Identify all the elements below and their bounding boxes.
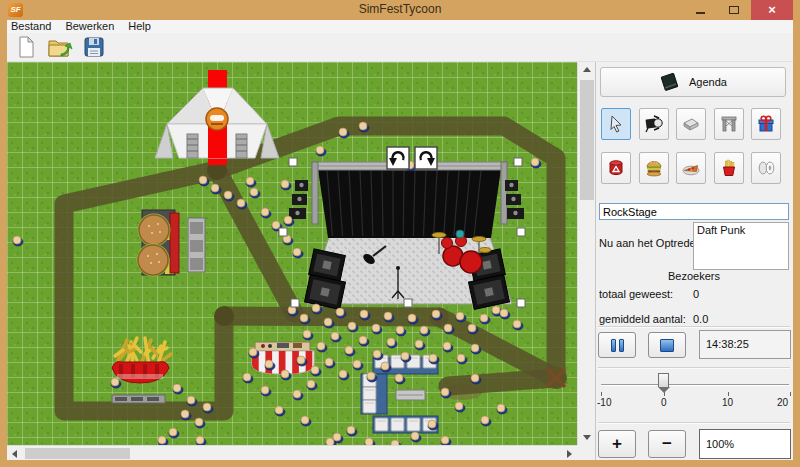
rotate-cw-button[interactable] [415, 147, 437, 169]
festival-map[interactable] [7, 62, 577, 445]
tool-burger-button[interactable] [639, 152, 669, 184]
selection-handle[interactable] [404, 299, 412, 307]
burger-stand[interactable] [137, 210, 206, 277]
fries-icon [719, 158, 739, 178]
lineup-listbox[interactable]: Daft Punk [693, 222, 789, 270]
selection-handle[interactable] [517, 299, 525, 307]
titlebar: SF SimFestTycoon × [0, 0, 800, 20]
total-visitors-label: totaal geweest: [599, 288, 673, 300]
tool-pizza-button[interactable] [676, 152, 706, 184]
open-folder-icon [47, 35, 73, 59]
zoom-out-button[interactable]: − [648, 430, 686, 458]
stop-button[interactable] [648, 332, 686, 358]
app-window: SF SimFestTycoon × Bestand Bewerken Help [0, 0, 800, 467]
spotlight-icon [644, 114, 664, 134]
window-title: SimFestTycoon [0, 2, 800, 16]
agenda-label: Agenda [689, 76, 727, 88]
save-button[interactable] [79, 34, 109, 61]
maximize-icon [729, 6, 739, 14]
tool-fries-button[interactable] [714, 152, 744, 184]
divider [598, 422, 790, 424]
minimize-button[interactable] [683, 0, 717, 20]
tick-label: 20 [777, 397, 788, 408]
tool-select-button[interactable] [601, 108, 631, 140]
agenda-button[interactable]: Agenda [600, 67, 786, 97]
horizontal-scroll-thumb[interactable] [25, 448, 130, 459]
tick-label: 10 [722, 397, 733, 408]
menubar: Bestand Bewerken Help [7, 20, 793, 33]
truss-icon [719, 114, 739, 134]
now-playing-label: Nu aan het Optreden: [599, 237, 705, 249]
tool-toilet-paper-button[interactable] [751, 152, 781, 184]
avg-visitors-label: gemiddeld aantal: [599, 313, 686, 325]
hamburger-icon [644, 158, 664, 178]
selection-handle[interactable] [279, 228, 287, 236]
speed-slider-thumb[interactable] [658, 373, 669, 387]
selection-handle[interactable] [514, 158, 522, 166]
stage-platform-icon [681, 114, 701, 134]
tool-spotlight-button[interactable] [639, 108, 669, 140]
tick-label: -10 [597, 397, 611, 408]
divider [598, 326, 790, 328]
toilet-paper-icon [756, 158, 776, 178]
total-visitors-value: 0 [693, 288, 699, 300]
new-file-button[interactable] [11, 34, 41, 61]
cursor-icon [606, 114, 626, 134]
scrollbar-corner [577, 445, 595, 460]
minimize-icon [696, 12, 705, 14]
trash-can-icon [606, 158, 626, 178]
map-vertical-scrollbar[interactable] [577, 62, 595, 445]
selection-handle[interactable] [289, 158, 297, 166]
tool-trash-button[interactable] [601, 152, 631, 184]
tick-label: 0 [661, 397, 667, 408]
menu-bewerken[interactable]: Bewerken [58, 20, 121, 33]
pizza-icon [681, 158, 701, 178]
selection-handle[interactable] [517, 228, 525, 236]
tool-truss-button[interactable] [714, 108, 744, 140]
clock-display[interactable]: 14:38:25 [699, 330, 791, 359]
avg-visitors-value: 0.0 [693, 313, 708, 325]
save-floppy-icon [82, 35, 106, 59]
toolbar [7, 33, 793, 62]
close-button[interactable]: × [751, 0, 793, 20]
agenda-book-icon [659, 72, 681, 92]
menu-bestand[interactable]: Bestand [7, 20, 58, 33]
zoom-in-button[interactable]: + [598, 430, 636, 458]
stop-icon [660, 339, 674, 352]
visitors-header: Bezoekers [596, 270, 792, 282]
gift-icon [756, 114, 776, 134]
scroll-up-icon[interactable] [579, 62, 594, 77]
lineup-item[interactable]: Daft Punk [694, 223, 788, 237]
vertical-scroll-thumb[interactable] [580, 80, 594, 200]
stage-name-input[interactable] [599, 203, 789, 220]
selection-handle[interactable] [291, 299, 299, 307]
maximize-button[interactable] [717, 0, 751, 20]
scroll-down-icon[interactable] [579, 430, 594, 445]
pause-icon [611, 339, 616, 352]
sidebar: Agenda [595, 62, 793, 460]
map-horizontal-scrollbar[interactable] [7, 445, 577, 460]
zoom-level-field[interactable]: 100% [699, 429, 791, 459]
tool-gift-button[interactable] [751, 108, 781, 140]
speed-slider[interactable] [601, 384, 789, 386]
open-file-button[interactable] [45, 34, 75, 61]
tool-stage-button[interactable] [676, 108, 706, 140]
menu-help[interactable]: Help [121, 20, 158, 33]
dead-tree-marker [545, 367, 567, 389]
scroll-right-icon[interactable] [562, 446, 577, 461]
pause-button[interactable] [598, 332, 636, 358]
new-file-icon [14, 35, 38, 59]
divider [598, 367, 790, 369]
scroll-left-icon[interactable] [7, 446, 22, 461]
rotate-ccw-button[interactable] [387, 147, 409, 169]
